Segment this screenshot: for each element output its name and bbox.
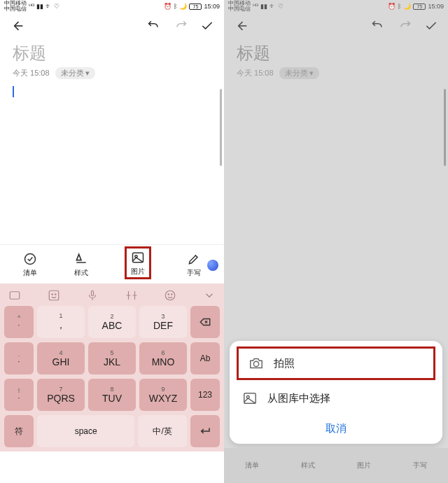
key-lang[interactable]: 中/英	[138, 415, 187, 447]
heart-icon: ♡	[54, 3, 59, 10]
undo-button[interactable]	[371, 19, 385, 33]
alarm-icon: ⏰	[388, 3, 396, 10]
kb-smiley-button[interactable]	[164, 289, 176, 302]
svg-point-10	[172, 294, 173, 295]
image-button[interactable]: 图片	[125, 246, 151, 279]
key-jkl[interactable]: 5JKL	[88, 342, 136, 374]
kb-settings-button[interactable]	[8, 289, 21, 302]
bluetooth-icon: ᛒ	[398, 3, 401, 10]
key-abc[interactable]: 2ABC	[88, 306, 136, 338]
key-pqrs[interactable]: 7PQRS	[37, 379, 85, 411]
category-chip[interactable]: 未分类▾	[279, 67, 319, 79]
kb-voice-button[interactable]	[86, 289, 99, 302]
wifi-icon: ᯤ	[46, 3, 52, 10]
undo-button[interactable]	[147, 19, 161, 33]
checklist-icon	[23, 252, 37, 266]
keyboard-function-row	[4, 288, 220, 302]
key-ghi[interactable]: 4GHI	[37, 342, 85, 374]
back-button[interactable]	[10, 19, 24, 33]
style-button: 样式	[301, 461, 315, 470]
status-bar: 中国移动 中国电信 ᴴᴰ ▮▮ ᯤ ♡ ⏰ ᛒ 🌙 75 15:09	[224, 0, 448, 13]
backspace-icon	[199, 316, 211, 328]
gallery-icon	[242, 391, 258, 406]
nav-bar	[224, 13, 448, 39]
clock: 15:09	[428, 3, 444, 10]
handwrite-button: 手写	[413, 461, 427, 470]
scrollbar[interactable]	[444, 89, 446, 166]
note-title-input[interactable]: 标题	[0, 39, 224, 66]
key-1[interactable]: 1，	[37, 306, 85, 338]
key-def[interactable]: 3DEF	[139, 306, 187, 338]
from-gallery-option[interactable]: 从图库中选择	[230, 382, 442, 415]
key-exclaim[interactable]: !·	[4, 379, 34, 411]
style-button[interactable]: 样式	[74, 252, 88, 278]
status-bar: 中国移动 中国电信 ᴴᴰ ▮▮ ᯤ ♡ ⏰ ᛒ 🌙 75 15:09	[0, 0, 224, 13]
image-icon	[131, 251, 145, 265]
hd-icon: ᴴᴰ	[253, 3, 258, 10]
camera-icon	[248, 356, 264, 371]
chevron-down-icon: ▾	[309, 69, 314, 78]
note-body	[224, 83, 448, 244]
svg-point-0	[24, 254, 35, 265]
category-chip[interactable]: 未分类▾	[55, 67, 95, 79]
svg-point-9	[168, 294, 169, 295]
wifi-icon: ᯤ	[270, 3, 276, 10]
key-punct-caret[interactable]: ^·	[4, 306, 34, 338]
checklist-button: 清单	[245, 461, 259, 470]
dnd-icon: 🌙	[403, 3, 411, 10]
done-button[interactable]	[200, 19, 214, 33]
key-symbol[interactable]: 符	[4, 415, 34, 447]
note-body[interactable]	[0, 83, 224, 244]
key-123[interactable]: 123	[190, 379, 220, 411]
redo-button[interactable]	[174, 19, 188, 33]
undo-icon	[147, 19, 161, 33]
hd-icon: ᴴᴰ	[29, 3, 34, 10]
image-button: 图片	[357, 461, 371, 470]
kb-clipboard-button[interactable]	[125, 289, 138, 302]
redo-icon	[174, 19, 188, 33]
key-wxyz[interactable]: 9WXYZ	[139, 379, 187, 411]
style-icon	[74, 252, 88, 266]
key-tuv[interactable]: 8TUV	[88, 379, 136, 411]
cancel-button[interactable]: 取消	[230, 415, 442, 437]
battery-icon: 75	[413, 4, 426, 10]
take-photo-option[interactable]: 拍照	[237, 346, 435, 380]
image-source-sheet: 拍照 从图库中选择 取消	[230, 341, 442, 444]
note-meta: 今天 15:08 未分类▾	[224, 66, 448, 83]
keyboard: ^· 1， 2ABC 3DEF .· 4GHI 5JKL 6MNO Ab !· …	[0, 284, 224, 451]
signal-icon: ▮▮	[36, 3, 43, 10]
enter-icon	[199, 425, 211, 438]
text-cursor	[13, 86, 14, 97]
back-button[interactable]	[234, 19, 248, 33]
alarm-icon: ⏰	[164, 3, 172, 10]
svg-rect-4	[49, 290, 59, 300]
svg-point-5	[52, 294, 53, 295]
handwrite-button[interactable]: 手写	[187, 252, 201, 278]
carrier-2: 中国电信	[228, 6, 251, 12]
checklist-button[interactable]: 清单	[23, 252, 37, 278]
clock: 15:09	[204, 3, 220, 10]
screenshot-left: 中国移动 中国电信 ᴴᴰ ▮▮ ᯤ ♡ ⏰ ᛒ 🌙 75 15:09 标题 今天…	[0, 0, 224, 483]
signal-icon: ▮▮	[260, 3, 267, 10]
key-mno[interactable]: 6MNO	[139, 342, 187, 374]
chevron-down-icon: ▾	[85, 69, 90, 78]
nav-bar	[0, 13, 224, 39]
kb-emoji-button[interactable]	[48, 289, 60, 302]
keyboard-theme-icon[interactable]	[207, 260, 218, 271]
editor-toolbar-dimmed: 清单 样式 图片 手写	[224, 448, 448, 483]
key-period[interactable]: .·	[4, 342, 34, 374]
scrollbar[interactable]	[220, 89, 222, 166]
done-button[interactable]	[424, 19, 438, 33]
key-backspace[interactable]	[190, 306, 220, 338]
key-ab[interactable]: Ab	[190, 342, 220, 374]
key-enter[interactable]	[190, 415, 220, 447]
redo-button[interactable]	[398, 19, 412, 33]
svg-point-11	[253, 361, 258, 366]
note-title-input[interactable]: 标题	[224, 39, 448, 66]
key-space[interactable]: space	[37, 415, 134, 447]
kb-collapse-button[interactable]	[203, 289, 216, 302]
redo-icon	[398, 19, 412, 33]
pen-icon	[187, 252, 201, 266]
check-icon	[200, 19, 214, 33]
svg-rect-3	[10, 292, 20, 300]
